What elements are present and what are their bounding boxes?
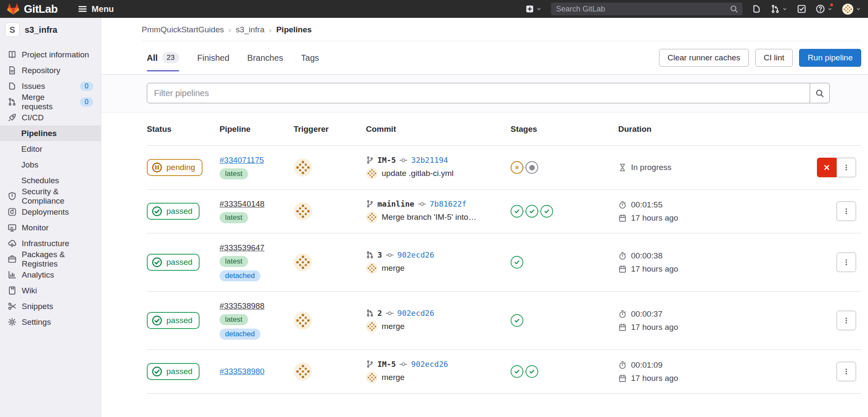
commit-sha-link[interactable]: 32b21194 (411, 156, 448, 165)
pipeline-id-link[interactable]: #333540148 (220, 199, 265, 209)
sidebar-item-pipelines[interactable]: Pipelines (0, 125, 101, 141)
global-search-input[interactable] (551, 3, 742, 15)
stage-passed-icon[interactable] (511, 314, 523, 327)
sidebar-item-cicd[interactable]: CI/CD (0, 110, 101, 125)
issues-shortcut-button[interactable] (752, 4, 761, 14)
status-badge[interactable]: passed (147, 312, 200, 329)
commit-sha-link[interactable]: 902ecd26 (397, 309, 434, 318)
status-badge[interactable]: passed (147, 254, 200, 271)
pipeline-id-link[interactable]: #334071175 (220, 156, 264, 165)
pipeline-id-link[interactable]: #333538980 (220, 367, 265, 376)
merge-request-link[interactable]: 3 (377, 250, 382, 259)
sidebar-item-security-compliance[interactable]: Security & Compliance (0, 188, 101, 204)
row-actions-kebab-button[interactable] (837, 201, 856, 221)
stage-created-icon[interactable] (525, 161, 538, 174)
stage-passed-icon[interactable] (511, 256, 523, 269)
col-header-pipeline: Pipeline (220, 125, 294, 134)
sidebar-item-settings[interactable]: Settings (0, 314, 101, 330)
sidebar-item-jobs[interactable]: Jobs (0, 157, 101, 173)
filter-pipelines-input[interactable] (147, 83, 810, 103)
sidebar-item-issues[interactable]: Issues 0 (0, 78, 101, 94)
row-actions-kebab-button[interactable] (837, 252, 856, 272)
stage-pending-icon[interactable] (511, 161, 523, 174)
monitor-icon (8, 223, 17, 232)
ref-link[interactable]: mainline (377, 199, 414, 208)
stage-passed-icon[interactable] (511, 365, 523, 378)
sidebar-item-schedules[interactable]: Schedules (0, 173, 101, 188)
breadcrumb-group-link[interactable]: PmmQuickStartGuides (142, 25, 224, 34)
check-icon (528, 368, 535, 375)
commit-message-link[interactable]: merge (382, 322, 405, 331)
clear-runner-caches-button[interactable]: Clear runner caches (659, 49, 749, 67)
kebab-icon (842, 164, 850, 171)
triggerer-avatar[interactable] (294, 311, 312, 330)
sidebar-item-deployments[interactable]: Deployments (0, 204, 101, 220)
filter-search-button[interactable] (810, 83, 830, 103)
commit-sha-link[interactable]: 902ecd26 (397, 250, 434, 259)
sidebar-item-merge-requests[interactable]: Merge requests 0 (0, 94, 101, 110)
row-actions-kebab-button[interactable] (837, 158, 856, 177)
status-badge[interactable]: pending (147, 159, 203, 176)
triggerer-avatar[interactable] (294, 158, 312, 177)
triggerer-avatar[interactable] (294, 253, 312, 272)
sidebar-item-wiki[interactable]: Wiki (0, 283, 101, 298)
breadcrumb-project-link[interactable]: s3_infra (236, 25, 265, 34)
sidebar-item-project-information[interactable]: Project information (0, 47, 101, 62)
commit-message-link[interactable]: merge (382, 373, 405, 382)
help-menu-button[interactable] (816, 4, 833, 14)
sidebar-item-monitor[interactable]: Monitor (0, 220, 101, 235)
cancel-pipeline-button[interactable] (817, 158, 837, 177)
sidebar-item-packages-registries[interactable]: Packages & Registries (0, 251, 101, 267)
sidebar-item-repository[interactable]: Repository (0, 62, 101, 78)
check-icon (543, 208, 550, 215)
sidebar-item-infrastructure[interactable]: Infrastructure (0, 235, 101, 251)
ref-link[interactable]: IM-5 (377, 360, 396, 369)
sidebar-item-snippets[interactable]: Snippets (0, 298, 101, 314)
pipeline-row: passed #333540148 latest mainline 7b8162… (147, 190, 861, 233)
commit-message-link[interactable]: update .gitlab-ci.yml (382, 169, 454, 178)
status-badge[interactable]: passed (147, 363, 200, 380)
gitlab-tanuki-logo (7, 3, 20, 15)
commit-sha-link[interactable]: 902ecd26 (411, 360, 448, 369)
stage-passed-icon[interactable] (525, 365, 538, 378)
stage-passed-icon[interactable] (525, 205, 538, 218)
merge-requests-shortcut-button[interactable] (771, 4, 788, 14)
commit-sha-link[interactable]: 7b81622f (430, 199, 467, 208)
todos-button[interactable] (797, 4, 806, 14)
stage-passed-icon[interactable] (540, 205, 553, 218)
pipeline-id-link[interactable]: #333538988 (220, 301, 265, 311)
tab-tags[interactable]: Tags (301, 41, 319, 74)
gitlab-home-link[interactable]: GitLab (7, 3, 57, 16)
commit-message-link[interactable]: merge (382, 264, 405, 273)
commit-message-link[interactable]: Merge branch 'IM-5' into… (382, 213, 477, 222)
ci-lint-button[interactable]: CI lint (755, 49, 793, 67)
menu-button[interactable]: Menu (78, 4, 114, 14)
row-actions-kebab-button[interactable] (837, 362, 856, 381)
tab-branches[interactable]: Branches (247, 41, 283, 74)
row-actions-kebab-button[interactable] (837, 311, 856, 330)
status-label: passed (166, 316, 192, 325)
tab-finished[interactable]: Finished (197, 41, 229, 74)
stages (511, 314, 618, 327)
project-header[interactable]: S s3_infra (0, 18, 101, 42)
create-new-button[interactable] (525, 5, 542, 13)
stages (511, 205, 618, 218)
stage-passed-icon[interactable] (511, 205, 523, 218)
merge-request-link[interactable]: 2 (377, 309, 382, 318)
triggerer-avatar[interactable] (294, 202, 312, 221)
sidebar-item-analytics[interactable]: Analytics (0, 267, 101, 283)
issues-icon (752, 4, 761, 14)
sidebar-nav: Project information Repository Issues 0 … (0, 42, 101, 330)
kebab-icon (842, 207, 850, 215)
triggerer-avatar[interactable] (294, 362, 312, 381)
pipeline-id-link[interactable]: #333539647 (220, 243, 265, 252)
ref-link[interactable]: IM-5 (377, 156, 396, 165)
sidebar-item-label: Infrastructure (22, 239, 69, 248)
user-menu-button[interactable] (842, 3, 861, 15)
sidebar-item-editor[interactable]: Editor (0, 141, 101, 157)
run-pipeline-button[interactable]: Run pipeline (799, 49, 861, 67)
tab-all[interactable]: All 23 (147, 41, 179, 74)
latest-badge: latest (220, 256, 248, 267)
status-badge[interactable]: passed (147, 203, 200, 220)
age-text: 17 hours ago (631, 374, 678, 383)
